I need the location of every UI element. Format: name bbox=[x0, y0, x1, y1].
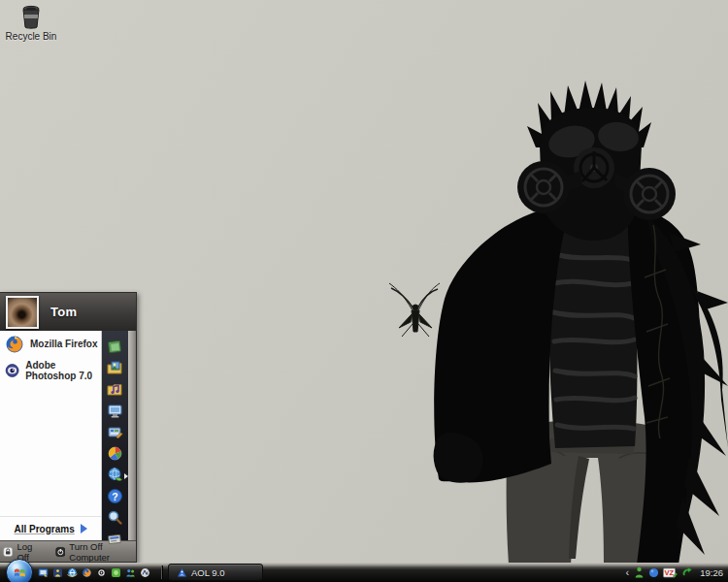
show-desktop-icon[interactable] bbox=[37, 566, 50, 579]
aim-buddy-icon[interactable] bbox=[634, 566, 645, 578]
firefox-icon bbox=[5, 335, 24, 354]
svg-text:?: ? bbox=[112, 491, 117, 502]
desktop: Recycle Bin Tom Mozilla Firefox bbox=[0, 0, 728, 582]
taskbar: AOL 9.0 ‹ VZ 19:26 bbox=[0, 563, 728, 582]
windows-flag-icon bbox=[14, 566, 26, 579]
task-button-aol[interactable]: AOL 9.0 bbox=[168, 564, 263, 581]
my-pictures-icon[interactable] bbox=[106, 359, 124, 377]
messenger-ball-icon[interactable] bbox=[648, 567, 659, 578]
recycle-bin-icon bbox=[19, 5, 43, 30]
messenger-icon[interactable] bbox=[124, 566, 137, 579]
update-arrow-icon[interactable] bbox=[681, 566, 693, 578]
search-icon[interactable] bbox=[106, 508, 124, 527]
connect-to-icon[interactable] bbox=[106, 466, 124, 484]
start-orb[interactable] bbox=[6, 559, 33, 582]
start-menu-edge-strip bbox=[128, 331, 136, 540]
menu-item-mozilla-firefox[interactable]: Mozilla Firefox bbox=[0, 331, 101, 357]
menu-item-adobe-photoshop[interactable]: Adobe Photoshop 7.0 bbox=[0, 357, 101, 383]
limewire-icon[interactable] bbox=[110, 566, 122, 579]
control-panel-icon[interactable] bbox=[106, 423, 124, 441]
my-documents-icon[interactable] bbox=[106, 338, 124, 356]
tray-chevron[interactable]: ‹ bbox=[626, 567, 630, 578]
aol-icon[interactable] bbox=[139, 566, 151, 579]
start-menu: Tom Mozilla Firefox bbox=[0, 292, 137, 563]
taskbar-separator bbox=[161, 566, 162, 579]
my-music-icon[interactable] bbox=[106, 380, 124, 399]
all-programs-button[interactable]: All Programs bbox=[0, 516, 101, 540]
connect-to-submenu-arrow-icon bbox=[124, 473, 128, 479]
user-avatar[interactable] bbox=[6, 296, 39, 329]
quick-launch-bar bbox=[37, 566, 151, 579]
default-programs-icon[interactable] bbox=[106, 444, 124, 463]
my-computer-icon[interactable] bbox=[106, 402, 124, 420]
media-player-icon[interactable] bbox=[95, 566, 108, 579]
vz-access-manager-icon[interactable]: VZ bbox=[663, 567, 678, 578]
system-tray: ‹ VZ 19:26 bbox=[626, 566, 728, 578]
user-name: Tom bbox=[50, 305, 77, 319]
all-programs-arrow-icon bbox=[81, 524, 87, 534]
recycle-bin[interactable]: Recycle Bin bbox=[4, 5, 58, 42]
taskbar-clock[interactable]: 19:26 bbox=[700, 567, 723, 578]
aol-running-man-icon bbox=[177, 567, 187, 578]
lock-icon bbox=[3, 545, 13, 559]
gas-mask-figure bbox=[434, 81, 728, 565]
start-menu-header: Tom bbox=[0, 293, 136, 331]
start-menu-places-column: ? bbox=[102, 331, 128, 540]
start-menu-pinned-column: Mozilla Firefox Adobe Photoshop 7.0 All … bbox=[0, 331, 102, 540]
photoshop-icon bbox=[5, 361, 19, 380]
recycle-bin-label: Recycle Bin bbox=[4, 31, 58, 42]
aim-icon[interactable] bbox=[51, 566, 64, 579]
firefox-icon[interactable] bbox=[81, 566, 93, 579]
help-icon[interactable]: ? bbox=[106, 487, 124, 505]
power-icon bbox=[55, 545, 66, 559]
insect-silhouette bbox=[389, 283, 440, 337]
internet-explorer-icon[interactable] bbox=[66, 566, 79, 579]
run-icon[interactable] bbox=[106, 530, 124, 548]
